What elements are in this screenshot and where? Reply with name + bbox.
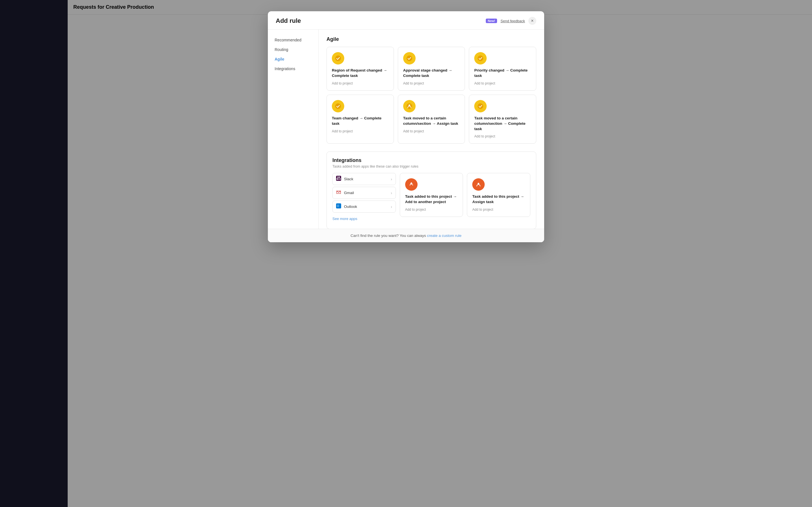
modal-content: Agile Region of Request changed → Comple… [319, 30, 406, 229]
footer-text: Can't find the rule you want? You can al… [350, 233, 406, 238]
modal-body: Recommended Routing Agile Integrations A… [268, 30, 406, 229]
app-name-gmail: Gmail [344, 191, 354, 195]
see-more-apps-link[interactable]: See more apps [333, 214, 396, 223]
rule-add-region-changed[interactable]: Add to project [332, 81, 389, 86]
rule-add-add-to-project[interactable]: Add to project [405, 208, 406, 212]
rule-icon-task-moved-assign [403, 100, 406, 112]
svg-rect-7 [336, 176, 341, 181]
svg-text:O: O [337, 205, 339, 208]
slack-icon [336, 176, 341, 182]
rule-title-region-changed: Region of Request changed → Complete tas… [332, 68, 389, 78]
rule-card-team-changed[interactable]: Team changed → Complete task Add to proj… [326, 95, 394, 144]
svg-rect-8 [336, 189, 341, 194]
rule-card-region-changed[interactable]: Region of Request changed → Complete tas… [326, 47, 394, 91]
slack-arrow-icon: › [391, 177, 392, 181]
rule-title-task-moved-assign: Task moved to a certain column/section →… [403, 116, 406, 126]
agile-section-title: Agile [326, 36, 406, 42]
rule-title-team-changed: Team changed → Complete task [332, 116, 389, 126]
rule-icon-approval [403, 52, 406, 64]
rule-title-approval-changed: Approval stage changed → Complete task [403, 68, 406, 78]
integrations-section: Integrations Tasks added from apps like … [326, 152, 406, 229]
agile-cards-grid: Region of Request changed → Complete tas… [326, 47, 406, 144]
integrations-layout: Slack › [333, 173, 406, 223]
rule-card-task-moved-assign[interactable]: Task moved to a certain column/section →… [398, 95, 406, 144]
rule-card-approval-changed[interactable]: Approval stage changed → Complete task A… [398, 47, 406, 91]
app-list: Slack › [333, 173, 396, 223]
sidebar-item-recommended[interactable]: Recommended [268, 35, 318, 45]
sidebar-item-agile[interactable]: Agile [268, 54, 318, 64]
rule-add-approval-changed[interactable]: Add to project [403, 81, 406, 86]
app-item-outlook[interactable]: O Outlook › [333, 201, 396, 213]
modal-title: Add rule [276, 17, 301, 24]
modal-footer: Can't find the rule you want? You can al… [268, 229, 406, 242]
modal-header: Add rule New! Send feedback × [268, 11, 406, 30]
rule-icon-add-to-project [405, 178, 406, 191]
app-name-slack: Slack [344, 177, 353, 181]
rule-icon-region [332, 52, 344, 64]
integrations-header: Integrations Tasks added from apps like … [333, 158, 406, 168]
rule-card-add-to-project[interactable]: Task added to this project → Add to anot… [400, 173, 406, 217]
add-rule-modal: Add rule New! Send feedback × Recommende… [268, 11, 406, 242]
modal-backdrop: Add rule New! Send feedback × Recommende… [0, 0, 406, 253]
sidebar-item-routing[interactable]: Routing [268, 45, 318, 54]
rule-add-team-changed[interactable]: Add to project [332, 129, 389, 133]
sidebar-item-integrations[interactable]: Integrations [268, 64, 318, 73]
app-name-outlook: Outlook [344, 205, 357, 209]
integrations-subtitle: Tasks added from apps like these can als… [333, 165, 406, 168]
outlook-arrow-icon: › [391, 205, 392, 209]
rule-add-task-moved-assign[interactable]: Add to project [403, 129, 406, 133]
app-item-gmail-left: Gmail [336, 189, 354, 196]
gmail-icon [336, 189, 341, 196]
outlook-icon: O [336, 203, 341, 210]
app-item-outlook-left: O Outlook [336, 203, 357, 210]
app-item-slack-left: Slack [336, 176, 353, 182]
app-item-gmail[interactable]: Gmail › [333, 187, 396, 199]
integrations-section-title: Integrations [333, 158, 406, 163]
rule-icon-team [332, 100, 344, 112]
gmail-arrow-icon: › [391, 191, 392, 195]
svg-point-3 [335, 103, 341, 109]
rule-title-add-to-project: Task added to this project → Add to anot… [405, 194, 406, 205]
modal-sidebar: Recommended Routing Agile Integrations [268, 30, 319, 229]
app-item-slack[interactable]: Slack › [333, 173, 396, 185]
svg-point-0 [335, 55, 341, 61]
